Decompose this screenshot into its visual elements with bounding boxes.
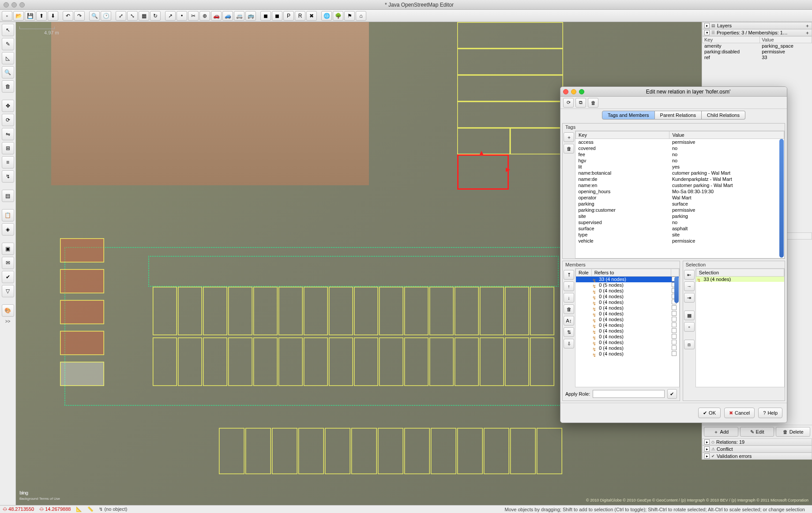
parking-space[interactable]: [228, 287, 252, 335]
parking-space[interactable]: [404, 337, 429, 386]
add-at-icon[interactable]: →: [684, 281, 695, 291]
delete-tool[interactable]: 🗑: [2, 80, 14, 93]
apply-role-input[interactable]: [593, 390, 665, 398]
member-row[interactable]: 0 (4 nodes): [576, 322, 679, 328]
tag-row[interactable]: name:encustomer parking - Wal Mart: [576, 182, 784, 188]
zoom-icon[interactable]: [19, 2, 25, 7]
mirror-tool[interactable]: ⇋: [2, 128, 14, 140]
scrollbar[interactable]: [674, 277, 679, 303]
align-tool[interactable]: ≡: [2, 156, 14, 169]
preset-r-button[interactable]: R: [295, 11, 305, 21]
preset-p-button[interactable]: P: [283, 11, 294, 21]
mail-tool[interactable]: ✉: [2, 257, 14, 269]
add-after-icon[interactable]: ⇥: [684, 293, 695, 303]
parking-space[interactable]: [272, 428, 297, 474]
filter-tool[interactable]: ▽: [2, 285, 14, 297]
parking-space[interactable]: [304, 287, 328, 335]
property-row[interactable]: parking:disabledpermissive: [703, 49, 812, 55]
expand-icon[interactable]: ▸: [704, 23, 710, 28]
member-row[interactable]: 0 (4 nodes): [576, 300, 679, 305]
member-row[interactable]: 0 (4 nodes): [576, 305, 679, 311]
move-up-icon[interactable]: ↑: [564, 281, 574, 291]
layers-panel-header[interactable]: ▸ ▤ Layers ＋: [702, 22, 812, 29]
redo-button[interactable]: ↷: [74, 11, 85, 21]
parking-space[interactable]: [219, 428, 244, 474]
add-button[interactable]: ＋Add: [704, 427, 738, 437]
tag-row[interactable]: accesspermissive: [576, 139, 784, 146]
refresh-button[interactable]: ↻: [150, 11, 161, 21]
tag-row[interactable]: siteparking: [576, 213, 784, 219]
way-button[interactable]: ↗: [165, 11, 176, 21]
move-tool[interactable]: ✥: [2, 100, 14, 112]
linked-checkbox[interactable]: [672, 328, 677, 333]
parking-space[interactable]: [329, 287, 353, 335]
move-down-icon[interactable]: ↓: [564, 293, 574, 303]
relation-editor-dialog[interactable]: Edit new relation in layer 'hofer.osm' ⟳…: [560, 86, 787, 423]
parking-space[interactable]: [354, 287, 378, 335]
member-row[interactable]: 0 (4 nodes): [576, 328, 679, 334]
apply-icon[interactable]: ⟳: [563, 98, 574, 108]
member-row[interactable]: 0 (4 nodes): [576, 345, 679, 351]
expand-icon[interactable]: ▸: [704, 446, 710, 452]
parking-space[interactable]: [351, 428, 377, 474]
history-button[interactable]: 🕑: [101, 11, 111, 21]
link-icon[interactable]: ⧈: [684, 340, 695, 349]
linked-checkbox[interactable]: [672, 311, 677, 316]
dialog-close-icon[interactable]: [563, 89, 568, 94]
tags-tool[interactable]: ▤: [2, 190, 14, 202]
dialog-titlebar[interactable]: Edit new relation in layer 'hofer.osm': [560, 87, 787, 97]
selection-table[interactable]: Selection 33 (4 nodes): [695, 268, 785, 387]
cancel-button[interactable]: ✖Cancel: [724, 408, 755, 418]
wireframe-button[interactable]: ▦: [139, 11, 149, 21]
parking-space[interactable]: [480, 337, 504, 386]
col-key[interactable]: Key: [576, 131, 669, 139]
parking-space[interactable]: [379, 337, 403, 386]
parking-space[interactable]: [178, 287, 202, 335]
tag-row[interactable]: typesite: [576, 232, 784, 238]
tag-row[interactable]: opening_hoursMo-Sa 08:30-19:30: [576, 188, 784, 195]
properties-table[interactable]: KeyValue amenityparking_spaceparking:dis…: [702, 36, 812, 60]
parking-space[interactable]: [203, 287, 227, 335]
properties-panel-header[interactable]: ▾ ☰ Properties: 3 / Memberships: 1… ＋: [702, 29, 812, 36]
duplicate-icon[interactable]: ⧉: [575, 98, 586, 108]
parking-space[interactable]: [455, 287, 479, 335]
parking-space[interactable]: [203, 337, 227, 386]
remove-icon[interactable]: 🗑: [564, 304, 574, 314]
member-row[interactable]: 0 (4 nodes): [576, 311, 679, 317]
parking-space[interactable]: [505, 337, 529, 386]
rotate-tool[interactable]: ⟳: [2, 114, 14, 126]
tree-button[interactable]: 🌳: [333, 11, 343, 21]
download-members-icon[interactable]: ⇩: [564, 339, 574, 348]
close-icon[interactable]: [4, 2, 9, 7]
zoom-sel-button[interactable]: ⤡: [127, 11, 138, 21]
new-button[interactable]: ▫: [2, 11, 12, 21]
member-row[interactable]: 0 (4 nodes): [576, 340, 679, 345]
member-row[interactable]: 0 (4 nodes): [576, 334, 679, 340]
parking-space[interactable]: [404, 287, 429, 335]
member-row[interactable]: 0 (4 nodes): [576, 294, 679, 300]
car1-button[interactable]: 🚗: [211, 11, 222, 21]
parking-space[interactable]: [278, 287, 303, 335]
parking-space[interactable]: [153, 287, 177, 335]
preset-x-button[interactable]: ✖: [306, 11, 317, 21]
tag-row[interactable]: hgvno: [576, 157, 784, 164]
tab-child-relations[interactable]: Child Relations: [702, 111, 745, 120]
parking-space[interactable]: [178, 337, 202, 386]
parking-space[interactable]: [245, 428, 271, 474]
parking-space[interactable]: [278, 337, 303, 386]
node-button[interactable]: •: [177, 11, 187, 21]
tag-row[interactable]: name:deKundenparkplatz - Wal Mart: [576, 176, 784, 182]
property-row[interactable]: ref33: [703, 55, 812, 60]
parking-space[interactable]: [304, 337, 328, 386]
sticker-tool[interactable]: ◈: [2, 223, 14, 236]
world-button[interactable]: 🌐: [321, 11, 332, 21]
selected-parking-space[interactable]: [457, 154, 509, 190]
parking-space[interactable]: [253, 337, 278, 386]
add-tag-icon[interactable]: ＋: [564, 132, 574, 142]
tag-row[interactable]: lityes: [576, 164, 784, 170]
tags-table[interactable]: KeyValue accesspermissivecoverednofeenoh…: [575, 131, 785, 258]
home-button[interactable]: ⌂: [356, 11, 366, 21]
tag-row[interactable]: operatorWal Mart: [576, 195, 784, 201]
linked-checkbox[interactable]: [672, 305, 677, 310]
tag-row[interactable]: supervisedno: [576, 219, 784, 225]
